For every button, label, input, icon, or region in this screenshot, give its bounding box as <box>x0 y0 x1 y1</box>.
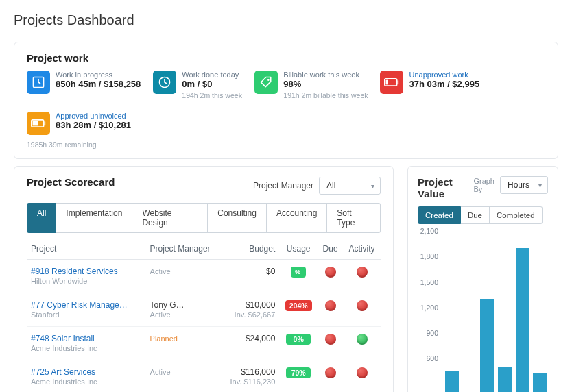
budget-value: $0 <box>266 267 275 276</box>
svg-rect-8 <box>33 121 38 126</box>
y-tick: 2,100 <box>420 227 438 235</box>
value-tab-created[interactable]: Created <box>418 206 461 224</box>
col-activity[interactable]: Activity <box>343 238 381 260</box>
usage-badge: 204% <box>285 300 312 311</box>
y-tick: 1,200 <box>420 304 438 312</box>
project-link[interactable]: #748 Solar Install <box>31 334 141 343</box>
status-dot <box>325 334 336 345</box>
page-title: Projects Dashboard <box>0 0 572 35</box>
project-value-card: Project Value Graph By Hours CreatedDueC… <box>407 166 558 392</box>
stat-sub: 191h 2m billable this week <box>283 91 368 99</box>
project-client: Stanford <box>31 310 60 319</box>
project-client: Acme Industries Inc <box>31 378 97 386</box>
status-dot <box>357 300 368 311</box>
stat-unapproved: Unapproved work37h 03m / $2,995 <box>380 71 479 99</box>
svg-rect-4 <box>398 80 399 84</box>
project-client: Acme Industries Inc <box>31 344 97 352</box>
budget-value: $10,000 <box>246 300 275 310</box>
project-work-title: Project work <box>27 52 545 64</box>
stat-billable: Billable work this week98%191h 2m billab… <box>254 71 368 99</box>
project-work-card: Project work Work in progress850h 45m / … <box>14 42 558 159</box>
tab-website-design[interactable]: Website Design <box>132 203 208 233</box>
stat-done: Work done today0m / $0194h 2m this week <box>153 71 242 99</box>
project-value-chart: 2,1001,8001,5001,200900600 <box>418 231 548 392</box>
remaining-text: 1985h 39m remaining <box>27 140 545 149</box>
stat-label: Billable work this week <box>283 71 368 79</box>
stat-sub: 194h 2m this week <box>182 91 242 99</box>
col-usage[interactable]: Usage <box>279 238 318 260</box>
pm-status: Active <box>150 267 171 275</box>
pm-filter-label: Project Manager <box>253 181 313 191</box>
usage-badge: 79% <box>286 367 311 378</box>
usage-badge: 0% <box>286 334 311 345</box>
clock-square-icon <box>27 71 50 94</box>
status-dot <box>325 267 336 278</box>
value-tabs: CreatedDueCompleted <box>418 206 548 224</box>
col-due[interactable]: Due <box>318 238 343 260</box>
stat-value: 83h 28m / $10,281 <box>56 120 131 131</box>
stat-value: 850h 45m / $158,258 <box>56 79 141 90</box>
svg-point-2 <box>267 79 270 81</box>
chart-bar[interactable] <box>480 299 494 392</box>
col-budget[interactable]: Budget <box>221 238 279 260</box>
pm-status: Active <box>150 310 171 319</box>
graph-by-select[interactable]: Hours <box>500 176 548 194</box>
y-tick: 1,800 <box>420 252 438 260</box>
graph-by-label: Graph By <box>473 177 496 193</box>
table-row: #918 Resident ServicesHilton WorldwideAc… <box>27 260 381 293</box>
value-tab-due[interactable]: Due <box>461 206 490 224</box>
percent-icon: % <box>291 267 306 278</box>
invoice-value: Inv. $116,230 <box>230 378 275 386</box>
pm-name: Tony G… <box>150 300 191 310</box>
status-dot <box>325 300 336 311</box>
col-project[interactable]: Project <box>27 238 146 260</box>
tab-accounting[interactable]: Accounting <box>267 203 327 233</box>
status-dot <box>357 367 368 378</box>
chart-bar[interactable] <box>533 373 547 392</box>
clock-circle-icon <box>153 71 176 94</box>
chart-bar[interactable] <box>516 248 529 392</box>
battery-low-icon <box>380 71 403 94</box>
battery-mid-icon <box>27 112 50 135</box>
svg-text:%: % <box>295 269 300 275</box>
invoice-value: Inv. $62,667 <box>235 310 276 319</box>
pm-status: Planned <box>150 334 178 343</box>
project-link[interactable]: #77 Cyber Risk Manage… <box>31 300 141 310</box>
tab-soft-type[interactable]: Soft Type <box>327 203 381 233</box>
project-link[interactable]: #725 Art Services <box>31 367 141 377</box>
scorecard-tabs: AllImplementationWebsite DesignConsultin… <box>27 203 381 233</box>
table-row: #725 Art ServicesAcme Industries IncActi… <box>27 360 381 392</box>
stat-label: Approved uninvoiced <box>56 112 131 120</box>
status-dot <box>357 334 368 345</box>
pm-filter-select[interactable]: All <box>319 177 381 195</box>
budget-value: $24,000 <box>246 334 275 343</box>
stat-label: Work in progress <box>56 71 141 79</box>
stats-row: Work in progress850h 45m / $158,258Work … <box>27 71 545 135</box>
value-tab-completed[interactable]: Completed <box>490 206 543 224</box>
tab-implementation[interactable]: Implementation <box>56 203 132 233</box>
status-dot <box>325 367 336 378</box>
y-tick: 900 <box>426 329 438 337</box>
stat-value: 98% <box>283 79 368 90</box>
status-dot <box>357 267 368 278</box>
y-tick: 1,500 <box>420 278 438 286</box>
chart-bar[interactable] <box>498 367 512 392</box>
tag-icon <box>254 71 278 94</box>
chart-bar[interactable] <box>445 371 459 392</box>
y-tick: 600 <box>426 354 438 363</box>
table-row: #77 Cyber Risk Manage…StanfordTony G…Act… <box>27 293 381 327</box>
stat-label: Unapproved work <box>409 71 479 79</box>
project-client: Hilton Worldwide <box>31 277 87 285</box>
svg-rect-7 <box>44 122 45 125</box>
col-pm[interactable]: Project Manager <box>146 238 222 260</box>
budget-value: $116,000 <box>241 367 275 377</box>
scorecard-card: Project Scorecard Project Manager All Al… <box>14 166 394 392</box>
tab-all[interactable]: All <box>27 203 56 233</box>
svg-rect-5 <box>386 80 388 85</box>
pm-status: Active <box>150 368 171 376</box>
scorecard-title: Project Scorecard <box>27 176 115 188</box>
project-link[interactable]: #918 Resident Services <box>31 267 141 276</box>
tab-consulting[interactable]: Consulting <box>208 203 267 233</box>
project-value-title: Project Value <box>418 176 468 199</box>
pm-filter: Project Manager All <box>253 177 381 195</box>
